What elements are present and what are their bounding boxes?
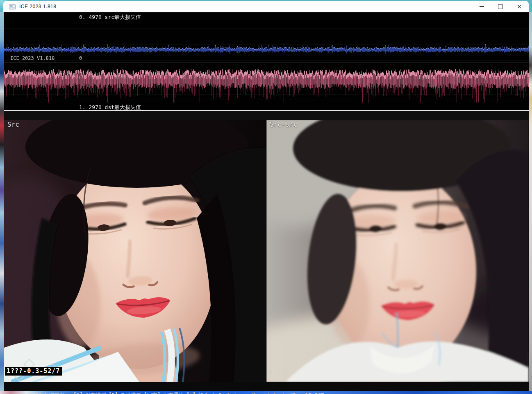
window-content: 0. 4970 src最大损失值 ICE 2023 V1.818 0 1. 29…	[4, 12, 529, 391]
model-version-label: ICE 2023 V1.818	[10, 55, 55, 61]
desktop-edge-left	[0, 12, 4, 391]
desktop-edge-right	[529, 12, 532, 391]
help-text: 预览界面按键盘 【S】保存模型【B】备份模型【回车】保存退出【H】帮助 | Gi…	[27, 392, 324, 394]
maximize-icon	[498, 4, 503, 9]
status-bar: 预览图类别:"SAEHD src-src pred" [1/10] 迭代显示范围…	[4, 111, 529, 120]
preview-area: Src 1???-0.3-52/7	[4, 120, 529, 382]
close-icon: ×	[517, 4, 522, 10]
window-titlebar[interactable]: ICE 2023 1.818 ×	[3, 1, 529, 12]
src-max-loss-label: 0. 4970 src最大损失值	[79, 14, 141, 21]
minimize-icon	[480, 6, 484, 7]
dst-preview-label: Src-src	[270, 121, 297, 128]
src-loss-waveform	[4, 43, 529, 55]
src-preview-label: Src	[7, 121, 19, 128]
dst-preview-pane: Src-src 0.31|	[266, 120, 529, 382]
app-icon	[9, 4, 16, 9]
graph-separator-top	[4, 62, 529, 62]
dst-loss-overlay: 0.31|	[269, 369, 287, 376]
maximize-button[interactable]	[491, 1, 510, 12]
dst-loss-waveform	[4, 67, 529, 105]
minimize-button[interactable]	[472, 1, 491, 12]
dst-face-image	[266, 120, 529, 382]
app-window: ICE 2023 1.818 × 0. 4970 src最大损失值 ICE 20…	[0, 0, 532, 394]
window-title: ICE 2023 1.818	[19, 4, 56, 9]
src-preview-pane: Src 1???-0.3-52/7	[4, 120, 266, 382]
src-iteration-overlay: 1???-0.3-52/7	[5, 367, 62, 376]
close-button[interactable]: ×	[510, 1, 529, 12]
src-face-image	[4, 120, 266, 382]
help-bar: 预览界面按键盘 【S】保存模型【B】备份模型【回车】保存退出【H】帮助 | Gi…	[4, 382, 529, 391]
cursor-origin-label: 0	[79, 55, 82, 61]
loss-cursor-line	[78, 19, 78, 110]
loss-graph-panel: 0. 4970 src最大损失值 ICE 2023 V1.818 0 1. 29…	[4, 12, 529, 111]
